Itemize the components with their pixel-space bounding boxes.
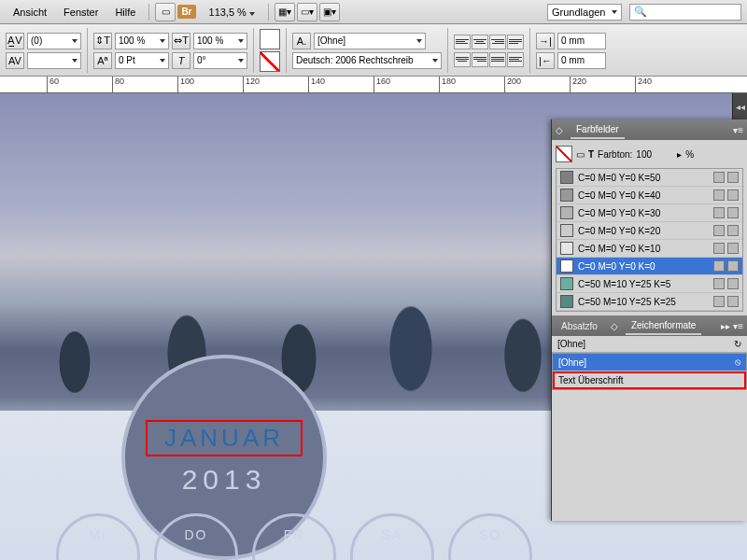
skew-icon[interactable]: T [172, 52, 190, 69]
kerning-icon[interactable]: A̲V [6, 33, 24, 49]
left-indent-value: 0 mm [561, 35, 585, 46]
view-options-icon[interactable]: ▦▾ [275, 3, 295, 21]
swatch-cmyk-icon [727, 296, 739, 307]
swatch-chip [560, 171, 573, 184]
tracking-input[interactable] [27, 52, 81, 69]
align-left-button[interactable] [454, 35, 471, 49]
vscale-icon[interactable]: ⇕T [93, 33, 112, 49]
container-toggle-icon[interactable]: ▭ [576, 149, 585, 160]
swatch-row[interactable]: C=0 M=0 Y=0 K=50 [557, 169, 742, 187]
panel-collapse-strip[interactable]: ◂◂ [732, 93, 747, 119]
swatch-row[interactable]: C=0 M=0 Y=0 K=0 [557, 258, 742, 275]
swatch-label: C=50 M=10 Y=25 K=5 [578, 279, 670, 289]
chevron-down-icon [612, 10, 617, 14]
swatch-row[interactable]: C=50 M=10 Y=25 K=25 [557, 293, 742, 311]
zoom-level[interactable]: 113,5 % [202, 3, 262, 21]
justify-center-button[interactable] [454, 52, 471, 67]
panel-menu-icon[interactable]: ▾≡ [733, 125, 743, 135]
swatch-cmyk-icon [727, 278, 739, 289]
swatch-global-icon [713, 225, 725, 236]
swatch-chip [560, 206, 573, 219]
swatch-cmyk-icon [727, 260, 739, 272]
bridge-button[interactable]: Br [177, 5, 195, 19]
chevron-down-icon [72, 59, 78, 63]
control-bar: A̲V (0) AV ⇕T 100 % Aª 0 Pt ⇔T 100 % [0, 24, 747, 77]
swatch-chip [560, 277, 573, 290]
refresh-icon[interactable]: ↻ [734, 339, 741, 349]
stroke-swatch[interactable] [260, 51, 280, 72]
text-toggle-icon[interactable]: T [588, 149, 594, 160]
menu-hilfe[interactable]: Hilfe [107, 3, 143, 21]
left-indent-input[interactable]: 0 mm [557, 33, 606, 49]
arrange-icon[interactable]: ▭▾ [297, 3, 317, 21]
search-input[interactable]: 🔍 [629, 4, 741, 21]
skew-input[interactable]: 0° [193, 52, 247, 69]
fill-select[interactable]: [Ohne] [314, 33, 426, 49]
align-right-button[interactable] [489, 35, 506, 49]
tint-slider-icon[interactable]: ▸ [677, 149, 682, 160]
swatch-chip [560, 189, 573, 202]
swatch-row[interactable]: C=50 M=10 Y=25 K=5 [557, 275, 742, 293]
ruler-tick: 160 [374, 77, 390, 93]
tracking-icon[interactable]: AV [6, 52, 24, 69]
hscale-input[interactable]: 100 % [193, 33, 247, 49]
tint-row: ▭ T Farbton: 100 ▸ % [556, 144, 743, 168]
panel-menu-icon[interactable]: ▸▸ ▾≡ [721, 321, 743, 331]
baseline-icon[interactable]: Aª [93, 52, 112, 69]
tab-farbfelder[interactable]: Farbfelder [571, 121, 625, 139]
fill-proxy-swatch[interactable] [556, 146, 572, 162]
menu-fenster[interactable]: Fenster [56, 3, 106, 21]
chevron-down-icon [238, 39, 244, 43]
left-indent-icon[interactable]: →| [536, 33, 555, 49]
right-indent-icon[interactable]: |← [536, 52, 555, 69]
baseline-input[interactable]: 0 Pt [115, 52, 169, 69]
swatch-cmyk-icon [727, 225, 739, 236]
year-text[interactable]: 2013 [182, 464, 267, 496]
paragraph-align-row2 [454, 52, 524, 67]
tab-zeichenformate[interactable]: Zeichenformate [626, 317, 701, 335]
char-style-icon[interactable]: A. [292, 33, 311, 49]
screen-icon[interactable]: ▣▾ [319, 3, 340, 21]
vscale-input[interactable]: 100 % [115, 33, 169, 49]
fill-swatch[interactable] [260, 29, 280, 49]
chevron-down-icon [72, 39, 78, 43]
justify-right-button[interactable] [472, 52, 488, 67]
menu-ansicht[interactable]: Ansicht [6, 3, 54, 21]
month-text[interactable]: JANUAR [164, 424, 284, 453]
tab-absatz[interactable]: Absatzfo [556, 318, 603, 334]
swatch-cmyk-icon [727, 207, 739, 218]
style-header: [Ohne] ↻ [552, 336, 747, 353]
screen-mode-icon[interactable]: ▭ [155, 3, 176, 21]
right-panels: ◇ Farbfelder ▾≡ ▭ T Farbton: 100 ▸ % C=0… [551, 119, 747, 521]
hscale-icon[interactable]: ⇔T [172, 33, 190, 49]
swatch-row[interactable]: C=0 M=0 Y=0 K=40 [557, 187, 742, 204]
swatch-global-icon [713, 172, 725, 183]
align-spine-button[interactable] [507, 52, 524, 67]
justify-all-button[interactable] [489, 52, 506, 67]
tint-value: 100 [636, 149, 652, 160]
language-select[interactable]: Deutsch: 2006 Rechtschreib [292, 52, 442, 69]
justify-left-button[interactable] [507, 35, 524, 49]
char-styles-panel: Absatzfo ◇ Zeichenformate ▸▸ ▾≡ [Ohne] ↻… [552, 315, 747, 521]
style-list[interactable]: [Ohne]⦸Text Überschrift [552, 353, 747, 390]
workspace-label: Grundlagen [552, 7, 606, 18]
horizontal-ruler[interactable]: 406080100120140160180200220240 [0, 77, 747, 93]
swatch-label: C=50 M=10 Y=25 K=25 [578, 297, 676, 307]
chevron-down-icon [416, 39, 422, 43]
swatch-list[interactable]: C=0 M=0 Y=0 K=50C=0 M=0 Y=0 K=40C=0 M=0 … [556, 168, 743, 312]
style-row[interactable]: Text Überschrift [553, 371, 746, 389]
swatch-row[interactable]: C=0 M=0 Y=0 K=30 [557, 204, 742, 222]
workspace-switcher[interactable]: Grundlagen [547, 4, 622, 21]
baseline-value: 0 Pt [119, 55, 135, 65]
align-center-button[interactable] [472, 35, 488, 49]
swatch-label: C=0 M=0 Y=0 K=20 [578, 226, 660, 236]
style-row[interactable]: [Ohne]⦸ [553, 354, 746, 371]
kerning-input[interactable]: (0) [27, 33, 81, 49]
swatch-row[interactable]: C=0 M=0 Y=0 K=20 [557, 222, 742, 240]
tint-input[interactable]: 100 [636, 149, 673, 160]
swatches-body: ▭ T Farbton: 100 ▸ % C=0 M=0 Y=0 K=50C=0… [552, 140, 747, 315]
right-indent-input[interactable]: 0 mm [557, 52, 606, 69]
ruler-tick: 180 [439, 77, 456, 93]
swatch-global-icon [713, 207, 725, 218]
swatch-row[interactable]: C=0 M=0 Y=0 K=10 [557, 240, 742, 258]
